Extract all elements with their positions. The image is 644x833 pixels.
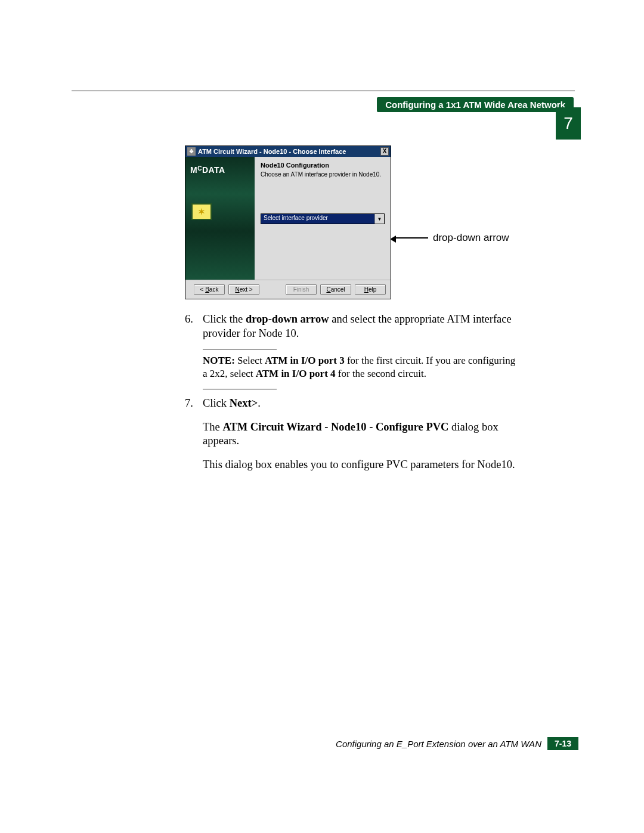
footer-title: Configuring an E_Port Extension over an …	[336, 739, 541, 749]
note-rule-bottom	[203, 389, 277, 389]
footer-page-number: 7-13	[547, 737, 578, 750]
note-rule-top	[203, 349, 277, 349]
wizard-badge-icon: ✶	[191, 203, 212, 220]
callout-arrow-icon	[395, 237, 428, 239]
callout-label: drop-down arrow	[433, 232, 509, 244]
step-text: Click the drop-down arrow and select the…	[203, 312, 519, 340]
dropdown-arrow-callout: drop-down arrow	[395, 232, 509, 244]
main-column: ❖ ATM Circuit Wizard - Node10 - Choose I…	[185, 145, 519, 472]
top-rule	[72, 91, 575, 91]
dialog-title: ATM Circuit Wizard - Node10 - Choose Int…	[198, 148, 346, 155]
step-text: Click Next>.	[203, 397, 519, 411]
finish-button: Finish	[286, 284, 317, 295]
app-icon: ❖	[187, 147, 196, 156]
wizard-main-pane: Node10 Configuration Choose an ATM inter…	[255, 157, 391, 281]
dialog-button-row: < Back Next > Finish Cancel Help	[185, 280, 391, 299]
cancel-button[interactable]: Cancel	[320, 284, 351, 295]
header-row: Configuring a 1x1 ATM Wide Area Network	[72, 97, 578, 112]
wizard-sidebar: MCDATA ✶	[185, 157, 255, 281]
result-paragraph-1: The ATM Circuit Wizard - Node10 - Config…	[203, 420, 519, 448]
next-button[interactable]: Next >	[228, 284, 259, 295]
config-subtext: Choose an ATM interface provider in Node…	[261, 171, 385, 178]
step-number: 7.	[185, 397, 203, 411]
config-heading: Node10 Configuration	[261, 162, 385, 169]
dialog-figure: ❖ ATM Circuit Wizard - Node10 - Choose I…	[185, 145, 519, 305]
interface-provider-dropdown[interactable]: Select interface provider ▼	[261, 213, 385, 224]
step-number: 6.	[185, 312, 203, 340]
result-paragraph-2: This dialog box enables you to configure…	[203, 458, 519, 472]
section-header-pill: Configuring a 1x1 ATM Wide Area Network	[377, 97, 574, 112]
close-icon[interactable]: X	[380, 147, 389, 156]
brand-data: DATA	[202, 165, 225, 175]
dialog-body: MCDATA ✶ Node10 Configuration Choose an …	[185, 157, 391, 281]
brand-m: M	[190, 165, 197, 175]
back-button[interactable]: < Back	[194, 284, 225, 295]
instruction-text: 6. Click the drop-down arrow and select …	[185, 312, 519, 472]
chapter-tab: 7	[556, 107, 581, 140]
step-6: 6. Click the drop-down arrow and select …	[185, 312, 519, 340]
dropdown-selected: Select interface provider	[261, 214, 374, 224]
page-content: Configuring a 1x1 ATM Wide Area Network …	[72, 91, 578, 472]
dialog-titlebar: ❖ ATM Circuit Wizard - Node10 - Choose I…	[185, 146, 391, 157]
brand-c: C	[197, 165, 202, 172]
page-footer: Configuring an E_Port Extension over an …	[72, 737, 578, 750]
help-button[interactable]: Help	[355, 284, 386, 295]
wizard-dialog: ❖ ATM Circuit Wizard - Node10 - Choose I…	[185, 145, 391, 299]
step-7: 7. Click Next>.	[185, 397, 519, 411]
chevron-down-icon[interactable]: ▼	[374, 214, 384, 224]
brand-logo: MCDATA	[185, 157, 255, 175]
note-block: NOTE: Select ATM in I/O port 3 for the f…	[203, 354, 519, 380]
